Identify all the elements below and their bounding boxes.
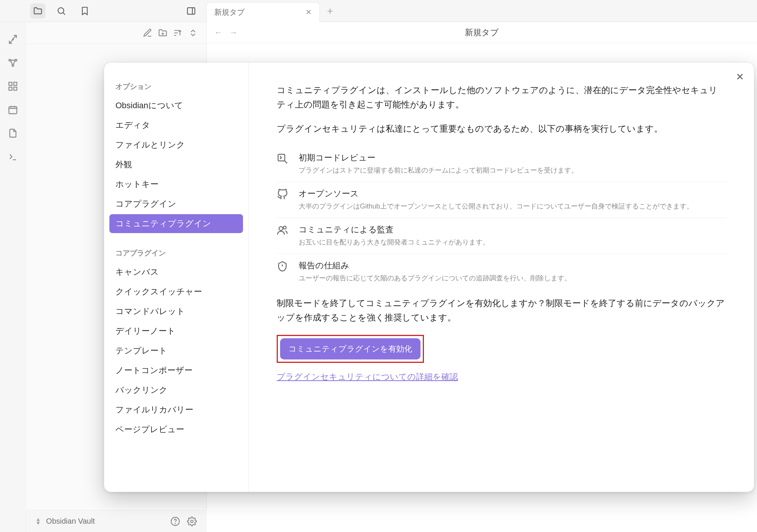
info-desc: お互いに目を配りあう大きな開発者コミュニティがあります。 [299, 238, 489, 247]
svg-rect-6 [14, 82, 17, 86]
confirm-paragraph: 制限モードを終了してコミュニティプラグインを有効化しますか？制限モードを終了する… [277, 296, 726, 325]
window-toolbar: 新規タブ ✕ ＋ [0, 0, 757, 22]
help-icon[interactable] [170, 516, 180, 526]
sidebar-item-core-plugins[interactable]: コアプラグイン [109, 194, 243, 213]
security-paragraph: プラグインセキュリティは私達にとって重要なものであるため、以下の事柄を実行してい… [277, 122, 726, 136]
sidebar-item-templates[interactable]: テンプレート [109, 341, 243, 360]
collapse-icon[interactable] [188, 28, 198, 38]
svg-rect-5 [9, 82, 12, 86]
vault-name: Obsidian Vault [46, 517, 95, 526]
svg-rect-9 [9, 107, 17, 114]
graph-icon[interactable] [6, 56, 20, 70]
panel-right-icon[interactable] [184, 3, 199, 19]
sidebar-item-page-preview[interactable]: ページプレビュー [109, 420, 243, 439]
template-icon[interactable] [6, 126, 20, 140]
svg-point-12 [191, 520, 193, 523]
sidebar-item-appearance[interactable]: 外観 [109, 155, 243, 174]
search-tab-icon[interactable] [54, 3, 69, 19]
tab-title: 新規タブ [214, 7, 245, 17]
sidebar-item-about[interactable]: Obsidianについて [109, 96, 243, 115]
learn-more-link[interactable]: プラグインセキュリティについての詳細を確認 [277, 372, 458, 381]
tab-new[interactable]: 新規タブ ✕ [206, 2, 320, 22]
info-title: コミュニティによる監査 [299, 224, 489, 235]
options-header: オプション [109, 78, 243, 96]
status-bar: ▲▼ Obsidian Vault [26, 510, 207, 532]
svg-point-0 [58, 8, 64, 13]
info-desc: 大半のプラグインはGithub上でオープンソースとして公開されており、コードにつ… [299, 202, 693, 211]
sidebar-item-daily-notes[interactable]: デイリーノート [109, 322, 243, 341]
info-desc: ユーザーの報告に応じて欠陥のあるプラグインについての追跡調査を行い、削除します。 [299, 274, 571, 283]
shield-icon [277, 260, 290, 283]
svg-point-4 [12, 65, 14, 67]
nav-forward-icon[interactable]: → [229, 28, 238, 37]
info-desc: プラグインはストアに登場する前に私達のチームによって初期コードレビューを受けます… [299, 166, 578, 175]
sidebar-item-hotkeys[interactable]: ホットキー [109, 175, 243, 194]
bookmark-tab-icon[interactable] [77, 3, 92, 19]
info-item-open-source: オープンソース 大半のプラグインはGithub上でオープンソースとして公開されて… [277, 182, 726, 218]
sidebar-item-note-composer[interactable]: ノートコンポーザー [109, 361, 243, 380]
sidebar-item-community-plugins[interactable]: コミュニティプラグイン [109, 214, 243, 233]
enable-button-highlight: コミュニティプラグインを有効化 [277, 335, 424, 363]
svg-rect-7 [9, 87, 12, 90]
sidebar-item-quick-switcher[interactable]: クイックスイッチャー [109, 282, 243, 301]
info-item-community-audit: コミュニティによる監査 お互いに目を配りあう大きな開発者コミュニティがあります。 [277, 218, 726, 254]
svg-point-15 [283, 226, 287, 229]
info-item-reporting: 報告の仕組み ユーザーの報告に応じて欠陥のあるプラグインについての追跡調査を行い… [277, 254, 726, 289]
tab-close-icon[interactable]: ✕ [305, 8, 312, 17]
vault-switcher-icon[interactable]: ▲▼ [36, 518, 41, 525]
daily-note-icon[interactable] [6, 103, 20, 117]
core-plugins-header: コアプラグイン [109, 244, 243, 263]
new-folder-icon[interactable] [158, 28, 168, 38]
sidebar-item-command-palette[interactable]: コマンドパレット [109, 302, 243, 321]
sort-icon[interactable] [173, 28, 183, 38]
quick-switcher-icon[interactable] [6, 33, 20, 46]
svg-point-14 [279, 227, 283, 230]
code-review-icon [277, 152, 290, 175]
info-title: オープンソース [299, 188, 693, 199]
enable-community-plugins-button[interactable]: コミュニティプラグインを有効化 [280, 338, 421, 359]
github-icon [277, 188, 290, 211]
community-icon [277, 224, 290, 247]
close-icon[interactable]: ✕ [736, 71, 744, 83]
info-title: 報告の仕組み [299, 260, 571, 271]
svg-point-11 [175, 523, 175, 523]
settings-sidebar: オプション Obsidianについて エディタ ファイルとリンク 外観 ホットキ… [104, 63, 249, 492]
intro-paragraph: コミュニティプラグインは、インストールした他のソフトウェアのように、潜在的にデー… [277, 83, 726, 112]
svg-rect-1 [187, 8, 195, 14]
command-palette-icon[interactable] [6, 150, 20, 163]
folder-tab-icon[interactable] [30, 3, 45, 19]
sidebar-item-files-links[interactable]: ファイルとリンク [109, 135, 243, 154]
new-tab-button[interactable]: ＋ [325, 4, 335, 17]
canvas-icon[interactable] [6, 79, 20, 93]
info-item-code-review: 初期コードレビュー プラグインはストアに登場する前に私達のチームによって初期コー… [277, 146, 726, 182]
sidebar-item-backlinks[interactable]: バックリンク [109, 381, 243, 400]
sidebar-item-editor[interactable]: エディタ [109, 116, 243, 135]
settings-modal: ✕ オプション Obsidianについて エディタ ファイルとリンク 外観 ホッ… [104, 63, 754, 492]
tab-bar: 新規タブ ✕ ＋ [206, 0, 757, 22]
settings-icon[interactable] [187, 516, 197, 526]
sidebar-item-file-recovery[interactable]: ファイルリカバリー [109, 400, 243, 419]
svg-rect-8 [14, 87, 17, 90]
ribbon [0, 22, 26, 532]
settings-content: コミュニティプラグインは、インストールした他のソフトウェアのように、潜在的にデー… [249, 63, 754, 492]
page-title: 新規タブ [465, 27, 499, 38]
nav-back-icon[interactable]: ← [214, 28, 223, 37]
new-note-icon[interactable] [143, 28, 153, 38]
info-title: 初期コードレビュー [299, 152, 578, 163]
sidebar-item-canvas[interactable]: キャンバス [109, 263, 243, 282]
